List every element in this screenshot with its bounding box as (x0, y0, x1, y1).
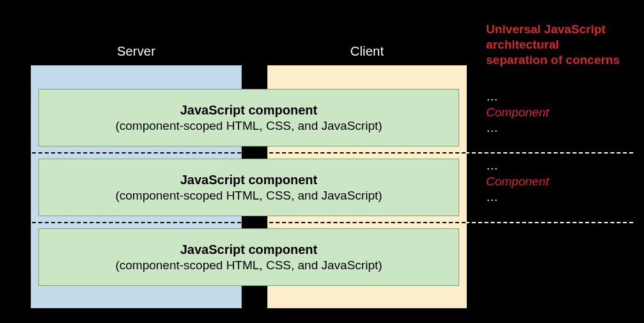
annotation-title-line: architectural (486, 38, 559, 51)
annotation-ellipsis: … (486, 159, 498, 172)
separator-extension-dashed (466, 152, 633, 154)
separator-dashed (32, 222, 466, 223)
component-bar: JavaScript component (component-scoped H… (38, 89, 459, 146)
diagram-stage: Server Client JavaScript component (comp… (0, 0, 644, 323)
component-title: JavaScript component (180, 172, 318, 188)
server-column-label: Server (31, 44, 241, 59)
component-subtitle: (component-scoped HTML, CSS, and JavaScr… (115, 188, 382, 203)
annotation-ellipsis: … (486, 190, 498, 203)
component-title: JavaScript component (180, 242, 318, 258)
annotation-em: Component (486, 175, 549, 188)
annotation-row: … Component … (486, 158, 549, 205)
separator-extension-dashed (466, 222, 633, 223)
component-subtitle: (component-scoped HTML, CSS, and JavaScr… (115, 258, 382, 273)
annotation-em: Component (486, 106, 549, 119)
component-subtitle: (component-scoped HTML, CSS, and JavaScr… (115, 118, 382, 134)
client-column-label: Client (268, 44, 466, 59)
component-bar: JavaScript component (component-scoped H… (38, 159, 459, 216)
annotation-title-line: separation of concerns (486, 53, 620, 67)
annotation-title: Universal JavaScript architectural separ… (486, 22, 620, 67)
annotation-row: … Component … (486, 89, 549, 136)
annotation-ellipsis: … (486, 121, 498, 134)
component-title: JavaScript component (180, 102, 318, 118)
annotation-title-line: Universal JavaScript (486, 22, 606, 36)
separator-dashed (32, 152, 466, 154)
annotation-ellipsis: … (486, 90, 498, 103)
component-bar: JavaScript component (component-scoped H… (38, 228, 459, 286)
